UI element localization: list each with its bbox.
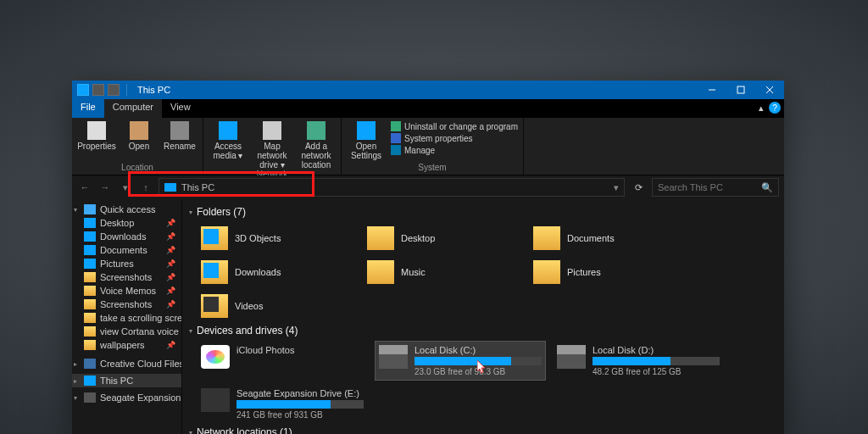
recent-button[interactable]: ▾	[118, 180, 133, 195]
ribbon-group-system: Open Settings Uninstall or change a prog…	[342, 118, 524, 175]
forward-button[interactable]: →	[97, 180, 113, 195]
maximize-button[interactable]	[726, 81, 755, 99]
open-settings-button[interactable]: Open Settings	[347, 120, 386, 160]
search-placeholder: Search This PC	[658, 182, 723, 192]
tab-computer[interactable]: Computer	[104, 99, 162, 118]
sidebar-item[interactable]: Voice Memos📌	[72, 284, 181, 298]
app-icon	[77, 84, 89, 96]
drive-item-seagate[interactable]: Seagate Expansion Drive (E:) 241 GB free…	[198, 385, 367, 423]
search-icon: 🔍	[761, 182, 773, 193]
rename-button[interactable]: Rename	[162, 120, 198, 151]
address-text: This PC	[181, 182, 214, 192]
content-pane: ▾Folders (7) 3D Objects Desktop Document…	[182, 199, 784, 434]
folder-item[interactable]: Music	[364, 257, 516, 287]
open-button[interactable]: Open	[121, 120, 157, 151]
qat-icon[interactable]	[108, 84, 120, 96]
svg-rect-1	[737, 86, 744, 93]
disk-icon	[379, 345, 408, 369]
ribbon-tabs: File Computer View ▴ ?	[72, 99, 784, 118]
address-dropdown-icon[interactable]: ▾	[614, 182, 619, 193]
navbar: ← → ▾ ↑ This PC ▾ ⟳ Search This PC 🔍	[72, 175, 784, 199]
section-folders[interactable]: ▾Folders (7)	[189, 203, 777, 223]
titlebar[interactable]: This PC	[72, 81, 784, 99]
back-button[interactable]: ←	[77, 180, 92, 195]
address-bar[interactable]: This PC ▾	[159, 178, 625, 197]
properties-button[interactable]: Properties	[77, 120, 116, 151]
disk-icon	[557, 345, 586, 369]
sidebar-seagate[interactable]: ▾Seagate Expansion Dr	[72, 391, 181, 404]
sidebar-item[interactable]: Screenshots📌	[72, 298, 181, 311]
sidebar-item[interactable]: Desktop📌	[72, 216, 181, 230]
sidebar-item[interactable]: Screenshots📌	[72, 270, 181, 284]
help-icon[interactable]: ?	[769, 102, 781, 114]
folder-item[interactable]: Videos	[198, 291, 350, 321]
section-network[interactable]: ▾Network locations (1)	[189, 423, 777, 434]
folder-item[interactable]: Desktop	[364, 223, 516, 253]
sidebar-this-pc[interactable]: ▸This PC	[72, 374, 181, 387]
up-button[interactable]: ↑	[138, 180, 153, 195]
icloud-photos-icon	[201, 345, 230, 369]
sidebar-item[interactable]: Pictures📌	[72, 257, 181, 270]
tab-file[interactable]: File	[72, 99, 104, 118]
sidebar-creative-cloud[interactable]: ▸Creative Cloud Files	[72, 357, 181, 370]
ribbon: Properties Open Rename Location Access m…	[72, 118, 784, 175]
folder-item[interactable]: Pictures	[530, 257, 682, 287]
drive-item[interactable]: iCloud Photos	[198, 342, 367, 380]
sidebar-item[interactable]: wallpapers📌	[72, 338, 181, 352]
sidebar-item[interactable]: take a scrolling scre📌	[72, 311, 181, 325]
window-title: This PC	[134, 85, 170, 95]
refresh-button[interactable]: ⟳	[630, 182, 647, 193]
access-media-button[interactable]: Access media ▾	[209, 120, 248, 160]
collapse-ribbon-icon[interactable]: ▴	[759, 103, 764, 114]
add-network-location-button[interactable]: Add a network location	[297, 120, 336, 170]
sidebar-quick-access[interactable]: ▾Quick access	[72, 203, 181, 216]
folder-item[interactable]: 3D Objects	[198, 223, 350, 253]
disk-icon	[201, 388, 230, 412]
pc-icon	[164, 183, 176, 192]
folder-item[interactable]: Downloads	[198, 257, 350, 287]
uninstall-button[interactable]: Uninstall or change a program	[391, 121, 518, 131]
drive-item-local-c[interactable]: Local Disk (C:) 23.0 GB free of 96.3 GB	[376, 342, 545, 380]
minimize-button[interactable]	[698, 81, 726, 99]
file-explorer-window: This PC File Computer View ▴ ? Propertie…	[72, 81, 784, 434]
ribbon-group-network: Access media ▾ Map network drive ▾ Add a…	[203, 118, 342, 175]
manage-button[interactable]: Manage	[391, 145, 518, 155]
sidebar-item[interactable]: view Cortana voice📌	[72, 325, 181, 338]
sidebar-item[interactable]: Downloads📌	[72, 230, 181, 243]
folder-item[interactable]: Documents	[530, 223, 682, 253]
tab-view[interactable]: View	[162, 99, 199, 118]
search-box[interactable]: Search This PC 🔍	[652, 178, 779, 197]
system-properties-button[interactable]: System properties	[391, 133, 518, 143]
sidebar: ▾Quick access Desktop📌 Downloads📌 Docume…	[72, 199, 182, 434]
section-drives[interactable]: ▾Devices and drives (4)	[189, 321, 777, 342]
sidebar-item[interactable]: Documents📌	[72, 243, 181, 257]
qat-icon[interactable]	[92, 84, 104, 96]
map-network-drive-button[interactable]: Map network drive ▾	[253, 120, 292, 170]
close-button[interactable]	[755, 81, 784, 99]
ribbon-group-location: Properties Open Rename Location	[72, 118, 203, 175]
drive-item-local-d[interactable]: Local Disk (D:) 48.2 GB free of 125 GB	[554, 342, 723, 380]
